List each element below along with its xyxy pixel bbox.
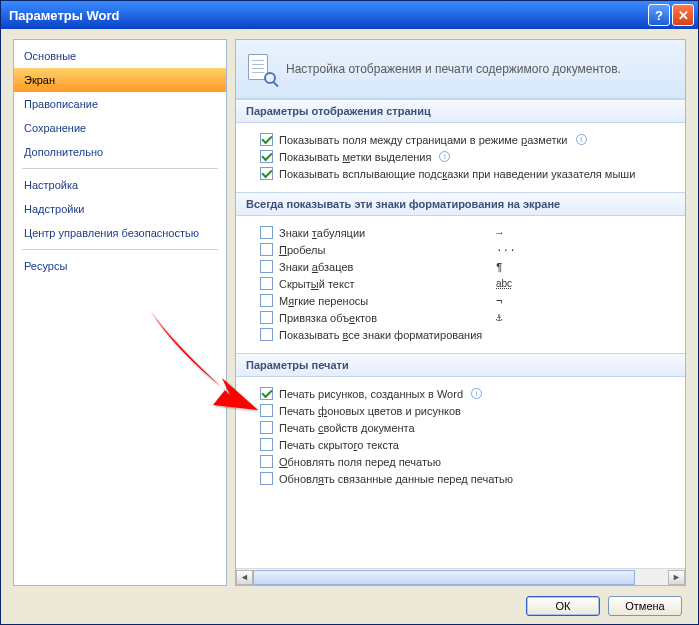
option-label[interactable]: Обновлять связанные данные перед печатью (279, 473, 513, 485)
format-symbol: abc (496, 278, 512, 289)
horizontal-scrollbar[interactable]: ◄ ► (236, 568, 685, 585)
sidebar-item[interactable]: Сохранение (14, 116, 226, 140)
option-row: Показывать все знаки форматирования (260, 326, 671, 343)
checkbox[interactable] (260, 133, 273, 146)
checkbox[interactable] (260, 455, 273, 468)
checkbox[interactable] (260, 260, 273, 273)
checkbox[interactable] (260, 277, 273, 290)
option-row: Показывать всплывающие подсказки при нав… (260, 165, 671, 182)
info-icon: i (471, 388, 482, 399)
section-print-title: Параметры печати (236, 353, 685, 377)
checkbox[interactable] (260, 404, 273, 417)
scroll-right-arrow[interactable]: ► (668, 570, 685, 585)
window-title: Параметры Word (9, 8, 648, 23)
option-label[interactable]: Печать скрытого текста (279, 439, 399, 451)
option-label[interactable]: Пробелы (279, 244, 325, 256)
header-text: Настройка отображения и печати содержимо… (286, 62, 621, 76)
checkbox[interactable] (260, 472, 273, 485)
cancel-button[interactable]: Отмена (608, 596, 682, 616)
option-row: Привязка объектов⚓ (260, 309, 671, 326)
option-label[interactable]: Знаки абзацев (279, 261, 353, 273)
info-icon: i (576, 134, 587, 145)
option-label[interactable]: Мягкие переносы (279, 295, 368, 307)
sidebar-item[interactable]: Ресурсы (14, 254, 226, 278)
option-label[interactable]: Печать свойств документа (279, 422, 415, 434)
page-header: Настройка отображения и печати содержимо… (236, 40, 685, 99)
option-row: Пробелы··· (260, 241, 671, 258)
option-label[interactable]: Показывать поля между страницами в режим… (279, 134, 568, 146)
option-row: Обновлять связанные данные перед печатью (260, 470, 671, 487)
sidebar-item[interactable]: Основные (14, 44, 226, 68)
option-label[interactable]: Показывать все знаки форматирования (279, 329, 482, 341)
option-label[interactable]: Показывать метки выделения (279, 151, 431, 163)
checkbox[interactable] (260, 421, 273, 434)
checkbox[interactable] (260, 294, 273, 307)
ok-button[interactable]: ОК (526, 596, 600, 616)
option-row: Скрытый текстabc (260, 275, 671, 292)
scroll-thumb[interactable] (253, 570, 635, 585)
option-label[interactable]: Скрытый текст (279, 278, 354, 290)
option-row: Мягкие переносы¬ (260, 292, 671, 309)
format-symbol: ¬ (496, 295, 503, 307)
option-label[interactable]: Обновлять поля перед печатью (279, 456, 441, 468)
checkbox[interactable] (260, 150, 273, 163)
sidebar-item[interactable]: Центр управления безопасностью (14, 221, 226, 245)
option-label[interactable]: Знаки табуляции (279, 227, 365, 239)
checkbox[interactable] (260, 167, 273, 180)
checkbox[interactable] (260, 328, 273, 341)
sidebar-item[interactable]: Надстройки (14, 197, 226, 221)
scroll-left-arrow[interactable]: ◄ (236, 570, 253, 585)
sidebar-item[interactable]: Дополнительно (14, 140, 226, 164)
option-label[interactable]: Печать рисунков, созданных в Word (279, 388, 463, 400)
help-button[interactable]: ? (648, 4, 670, 26)
sidebar-item[interactable]: Экран (14, 68, 226, 92)
format-symbol: → (496, 227, 503, 239)
checkbox[interactable] (260, 243, 273, 256)
checkbox[interactable] (260, 226, 273, 239)
sidebar-item[interactable]: Настройка (14, 173, 226, 197)
format-symbol: ⚓ (496, 311, 503, 324)
option-label[interactable]: Печать фоновых цветов и рисунков (279, 405, 461, 417)
option-label[interactable]: Показывать всплывающие подсказки при нав… (279, 168, 635, 180)
section-display-title: Параметры отображения страниц (236, 99, 685, 123)
format-symbol: ¶ (496, 261, 503, 273)
category-sidebar: ОсновныеЭкранПравописаниеСохранениеДопол… (13, 39, 227, 586)
option-label[interactable]: Привязка объектов (279, 312, 377, 324)
checkbox[interactable] (260, 311, 273, 324)
sidebar-item[interactable]: Правописание (14, 92, 226, 116)
checkbox[interactable] (260, 438, 273, 451)
option-row: Печать свойств документа (260, 419, 671, 436)
option-row: Знаки табуляции→ (260, 224, 671, 241)
word-options-dialog: Параметры Word ? ✕ ОсновныеЭкранПравопис… (0, 0, 699, 625)
option-row: Обновлять поля перед печатью (260, 453, 671, 470)
option-row: Печать скрытого текста (260, 436, 671, 453)
page-preview-icon (248, 54, 276, 84)
close-button[interactable]: ✕ (672, 4, 694, 26)
option-row: Показывать поля между страницами в режим… (260, 131, 671, 148)
option-row: Печать рисунков, созданных в Wordi (260, 385, 671, 402)
checkbox[interactable] (260, 387, 273, 400)
option-row: Показывать метки выделенияi (260, 148, 671, 165)
info-icon: i (439, 151, 450, 162)
section-marks-title: Всегда показывать эти знаки форматирован… (236, 192, 685, 216)
option-row: Знаки абзацев¶ (260, 258, 671, 275)
content-panel: Настройка отображения и печати содержимо… (235, 39, 686, 586)
option-row: Печать фоновых цветов и рисунков (260, 402, 671, 419)
titlebar: Параметры Word ? ✕ (1, 1, 698, 29)
format-symbol: ··· (496, 244, 516, 256)
